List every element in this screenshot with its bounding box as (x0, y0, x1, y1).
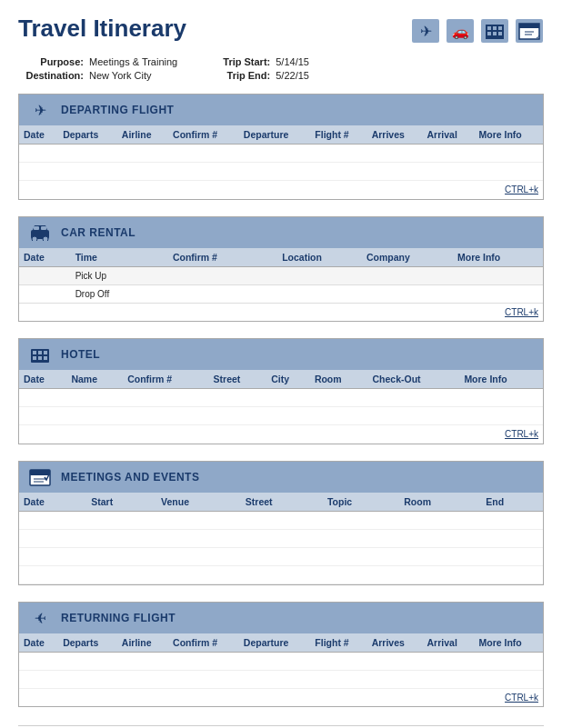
svg-point-22 (43, 236, 48, 241)
header-icons: ✈ 🚗 (411, 18, 544, 44)
destination-label: Destination: (18, 70, 84, 81)
trip-end-row: Trip End: 5/22/15 (205, 70, 309, 81)
returning-table: Date Departs Airline Confirm # Departure… (19, 633, 543, 707)
ret-col-date: Date (19, 633, 58, 653)
meetings-title: MEETINGS AND EVENTS (61, 471, 199, 484)
hotel-col-name: Name (66, 370, 123, 389)
car-title: CAR RENTAL (61, 226, 135, 239)
returning-flight-section: ✈ RETURNING FLIGHT Date Departs Airline … (18, 602, 544, 708)
svg-rect-11 (498, 32, 502, 35)
table-row (19, 529, 543, 547)
hotel-section: HOTEL Date Name Confirm # Street City Ro… (18, 338, 544, 444)
col-airline: Airline (117, 125, 168, 145)
ctrl-row: CTRL+k (19, 688, 543, 706)
purpose-label: Purpose: (18, 56, 84, 67)
car-col-confirm: Confirm # (146, 248, 277, 267)
svg-text:✈: ✈ (420, 24, 432, 39)
page-header: Travel Itinerary ✈ 🚗 (18, 15, 544, 44)
ret-col-moreinfo: More Info (475, 633, 543, 653)
car-rental-icon (28, 223, 52, 243)
meetings-section: MEETINGS AND EVENTS Date Start Venue Str… (18, 461, 544, 585)
departing-header: ✈ DEPARTING FLIGHT (19, 95, 543, 125)
hotel-col-date: Date (19, 370, 66, 389)
ret-col-departs: Departs (58, 633, 117, 653)
trip-info: Purpose: Meetings & Training Destination… (18, 56, 544, 81)
table-row (19, 407, 543, 425)
trip-start-label: Trip Start: (205, 56, 270, 67)
dates-group: Trip Start: 5/14/15 Trip End: 5/22/15 (205, 56, 309, 81)
table-row: Drop Off (19, 284, 543, 303)
trip-start-row: Trip Start: 5/14/15 (205, 56, 309, 67)
ret-col-arrives: Arrives (367, 633, 423, 653)
title-block: Travel Itinerary (18, 15, 186, 43)
car-col-time: Time (71, 248, 146, 267)
purpose-row: Purpose: Meetings & Training (18, 56, 177, 67)
page-title: Travel Itinerary (18, 15, 186, 43)
meetings-icon: ✓ (515, 18, 544, 44)
car-header: CAR RENTAL (19, 217, 543, 248)
svg-rect-23 (34, 226, 39, 230)
table-row: Pick Up (19, 266, 543, 284)
hotel-table: Date Name Confirm # Street City Room Che… (19, 370, 543, 444)
ctrl-row: CTRL+k (19, 425, 543, 444)
svg-text:✈: ✈ (35, 103, 46, 118)
table-row (19, 652, 543, 670)
svg-rect-31 (44, 356, 47, 360)
car-rental-section: CAR RENTAL Date Time Confirm # Location … (18, 216, 544, 323)
col-date: Date (19, 125, 58, 145)
ret-col-airline: Airline (117, 633, 168, 653)
hotel-col-confirm: Confirm # (123, 370, 208, 389)
svg-text:🚗: 🚗 (452, 24, 469, 40)
svg-rect-9 (487, 32, 491, 35)
col-moreinfo: More Info (475, 125, 543, 145)
departing-ctrl-link[interactable]: CTRL+k (505, 184, 538, 194)
meet-col-topic: Topic (323, 493, 399, 512)
table-row (19, 389, 543, 407)
svg-rect-10 (493, 32, 497, 35)
svg-rect-30 (38, 356, 42, 360)
destination-row: Destination: New York City (18, 70, 177, 81)
meet-col-end: End (481, 493, 543, 512)
meet-col-room: Room (399, 493, 481, 512)
col-confirm: Confirm # (168, 125, 239, 145)
ret-col-flight: Flight # (310, 633, 366, 653)
hotel-section-icon (28, 344, 52, 364)
hotel-icon (480, 18, 509, 44)
car-col-date: Date (19, 248, 71, 267)
returning-plane-icon: ✈ (28, 608, 52, 628)
hotel-ctrl-link[interactable]: CTRL+k (505, 429, 538, 439)
svg-rect-26 (33, 351, 36, 354)
returning-title: RETURNING FLIGHT (61, 612, 176, 624)
meet-col-street: Street (241, 493, 323, 512)
svg-rect-6 (487, 26, 491, 30)
hotel-col-checkout: Check-Out (367, 370, 459, 389)
hotel-col-street: Street (209, 370, 267, 389)
meet-col-venue: Venue (156, 493, 241, 512)
departing-flight-section: ✈ DEPARTING FLIGHT Date Departs Airline … (18, 94, 544, 200)
meetings-section-icon (28, 467, 52, 487)
table-row (19, 547, 543, 565)
purpose-destination-group: Purpose: Meetings & Training Destination… (18, 56, 177, 81)
svg-rect-28 (44, 351, 47, 354)
svg-rect-29 (33, 356, 36, 360)
table-row (19, 511, 543, 529)
table-row (19, 670, 543, 688)
purpose-value: Meetings & Training (89, 56, 177, 67)
table-row (19, 565, 543, 583)
meet-col-start: Start (86, 493, 156, 512)
hotel-header: HOTEL (19, 339, 543, 370)
meet-col-date: Date (19, 493, 86, 512)
col-flight: Flight # (310, 125, 366, 145)
ret-col-departure: Departure (239, 633, 311, 653)
returning-ctrl-link[interactable]: CTRL+k (505, 693, 538, 703)
departing-title: DEPARTING FLIGHT (61, 104, 174, 116)
svg-text:✓: ✓ (536, 34, 541, 40)
car-icon: 🚗 (446, 18, 475, 44)
col-departs: Departs (58, 125, 117, 145)
col-arrives: Arrives (367, 125, 423, 145)
ctrl-row: CTRL+k (19, 181, 543, 199)
hotel-col-room: Room (310, 370, 368, 389)
ret-col-arrival: Arrival (423, 633, 475, 653)
car-ctrl-link[interactable]: CTRL+k (505, 307, 538, 317)
returning-header: ✈ RETURNING FLIGHT (19, 603, 543, 633)
